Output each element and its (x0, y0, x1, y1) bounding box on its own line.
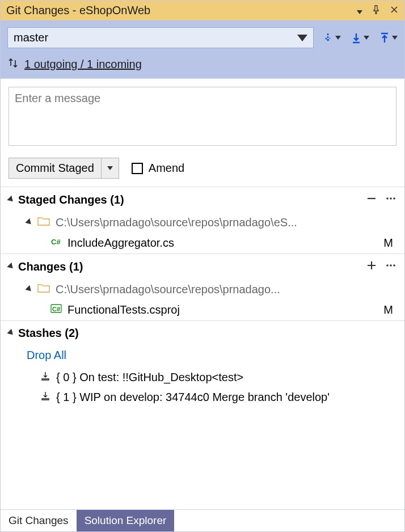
stash-icon (40, 391, 50, 404)
commit-dropdown[interactable] (102, 158, 119, 178)
chevron-down-icon (392, 36, 398, 40)
stashes-title: Stashes (2) (18, 327, 396, 340)
csharp-file-icon: C# (50, 236, 62, 250)
staged-changes-section: Staged Changes (1) C:\Users\prnadago\sou… (1, 187, 404, 254)
sync-icon (7, 57, 19, 71)
push-button[interactable] (378, 32, 398, 44)
amend-label: Amend (149, 162, 184, 175)
titlebar: Git Changes - eShopOnWeb (1, 1, 404, 20)
svg-point-6 (393, 264, 395, 267)
staged-folder-path: C:\Users\prnadago\source\repos\prnadago\… (56, 216, 297, 229)
changes-folder-row[interactable]: C:\Users\prnadago\source\repos\prnadago.… (1, 280, 404, 299)
git-actions (322, 32, 398, 44)
folder-icon (37, 216, 50, 229)
drop-all-link[interactable]: Drop All (1, 345, 404, 368)
chevron-down-icon (364, 36, 369, 40)
window-menu-icon[interactable] (357, 5, 362, 17)
staged-file-name: IncludeAggregator.cs (68, 237, 174, 250)
svg-point-0 (386, 197, 389, 200)
collapse-icon (27, 216, 32, 229)
staged-changes-header[interactable]: Staged Changes (1) (1, 187, 404, 213)
close-icon[interactable] (390, 5, 399, 17)
staged-changes-title: Staged Changes (1) (18, 193, 361, 206)
collapse-icon (9, 194, 14, 206)
changes-folder-path: C:\Users\prnadago\source\repos\prnadago.… (56, 283, 280, 296)
svg-text:C#: C# (52, 306, 60, 313)
chevron-down-icon (335, 36, 341, 40)
stash-label: { 0 } On test: !!GitHub_Desktop<test> (56, 371, 243, 384)
svg-text:C#: C# (51, 238, 61, 246)
changes-file-name: FunctionalTests.csproj (68, 303, 180, 316)
checkbox-icon (132, 163, 143, 174)
branch-row: master (1, 20, 404, 54)
stash-icon (40, 371, 50, 384)
sync-link[interactable]: 1 outgoing / 1 incoming (24, 58, 142, 71)
stash-label: { 1 } WIP on develop: 34744c0 Merge bran… (56, 391, 330, 404)
window-title: Git Changes - eShopOnWeb (6, 4, 352, 17)
message-area (1, 79, 404, 153)
chevron-down-icon (297, 31, 307, 44)
csproj-file-icon: C# (50, 303, 62, 317)
sync-row: 1 outgoing / 1 incoming (1, 54, 404, 79)
branch-name: master (14, 31, 48, 44)
more-icon[interactable] (385, 260, 396, 274)
more-icon[interactable] (385, 193, 396, 207)
file-status: M (383, 237, 393, 250)
file-status: M (383, 303, 393, 316)
svg-point-5 (390, 264, 392, 267)
commit-button-group: Commit Staged (9, 158, 119, 179)
stage-all-icon[interactable] (366, 260, 377, 274)
changes-header[interactable]: Changes (1) (1, 254, 404, 280)
commit-staged-button[interactable]: Commit Staged (9, 158, 102, 178)
collapse-icon (27, 283, 32, 296)
collapse-icon (9, 261, 14, 273)
collapse-icon (9, 327, 14, 340)
unstage-all-icon[interactable] (366, 193, 377, 207)
tab-solution-explorer[interactable]: Solution Explorer (77, 510, 175, 531)
pull-button[interactable] (350, 32, 369, 44)
svg-point-1 (390, 197, 392, 200)
chevron-down-icon (107, 166, 113, 170)
stash-item[interactable]: { 1 } WIP on develop: 34744c0 Merge bran… (1, 387, 404, 407)
fetch-button[interactable] (322, 32, 341, 44)
changes-file-row[interactable]: C# FunctionalTests.csproj M (1, 299, 404, 320)
bottom-tabs: Git Changes Solution Explorer (1, 509, 404, 531)
pin-icon[interactable] (372, 5, 381, 17)
stash-item[interactable]: { 0 } On test: !!GitHub_Desktop<test> (1, 368, 404, 387)
stashes-header[interactable]: Stashes (2) (1, 321, 404, 345)
stashes-section: Stashes (2) Drop All { 0 } On test: !!Gi… (1, 320, 404, 407)
staged-file-row[interactable]: C# IncludeAggregator.cs M (1, 233, 404, 254)
branch-selector[interactable]: master (7, 27, 314, 48)
titlebar-controls (357, 5, 399, 17)
tab-git-changes[interactable]: Git Changes (1, 510, 77, 531)
svg-point-2 (393, 197, 395, 200)
changes-title: Changes (1) (18, 260, 361, 273)
changes-section: Changes (1) C:\Users\prnadago\source\rep… (1, 254, 404, 320)
folder-icon (37, 283, 50, 296)
svg-point-4 (386, 264, 389, 267)
commit-row: Commit Staged Amend (1, 153, 404, 187)
staged-folder-row[interactable]: C:\Users\prnadago\source\repos\prnadago\… (1, 213, 404, 233)
commit-message-input[interactable] (9, 87, 396, 146)
amend-checkbox-group[interactable]: Amend (132, 162, 184, 175)
